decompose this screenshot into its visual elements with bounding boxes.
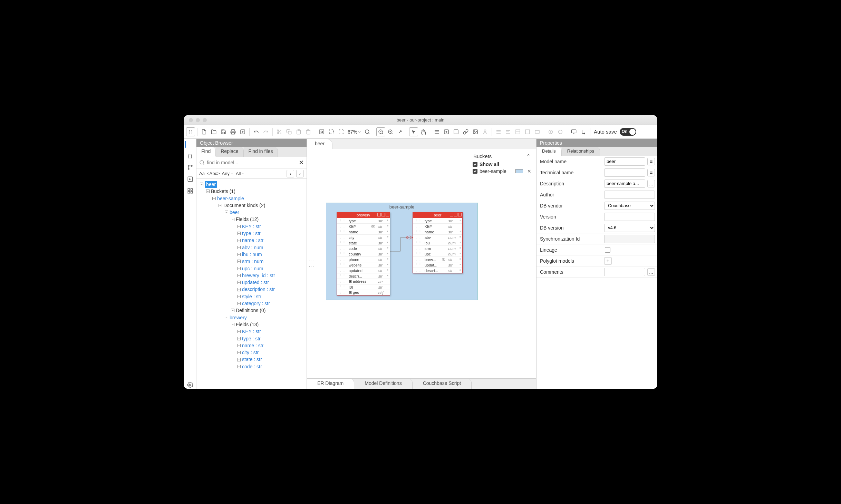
diag-arrow-icon[interactable]: [396, 127, 405, 136]
merge-icon[interactable]: [579, 127, 588, 136]
er-bucket-container[interactable]: beer-sample brewery⋮⋮typestr*⋮⋮KEYdkstr*…: [326, 203, 478, 300]
tree-field[interactable]: KEY : str: [242, 328, 261, 335]
sidebar-branch-icon[interactable]: [186, 164, 194, 171]
clear-search-icon[interactable]: ✕: [299, 159, 304, 166]
filter-word[interactable]: <Abc>: [207, 171, 220, 176]
show-all-row[interactable]: Show all: [473, 161, 531, 168]
tab-relationships[interactable]: Relationships: [562, 147, 600, 156]
tree-toggle-icon[interactable]: −: [231, 309, 234, 312]
tree-view[interactable]: −beer−Buckets (1)−beer-sample−Document k…: [196, 179, 307, 389]
entity-expand-icon[interactable]: [386, 213, 389, 216]
braces-icon[interactable]: { }: [186, 127, 195, 136]
tree-toggle-icon[interactable]: −: [237, 365, 241, 368]
property-input[interactable]: [604, 213, 655, 221]
align-lines-icon[interactable]: [432, 127, 441, 136]
tree-field[interactable]: style : str: [242, 293, 261, 300]
tree-toggle-icon[interactable]: −: [237, 246, 241, 249]
tree-field[interactable]: ibu : num: [242, 251, 262, 258]
paste-icon[interactable]: [294, 127, 303, 136]
win-icon[interactable]: [513, 127, 522, 136]
tree-field[interactable]: category : str: [242, 300, 270, 307]
tree-field[interactable]: name : str: [242, 237, 263, 244]
tree-root[interactable]: beer: [205, 181, 217, 188]
image-icon[interactable]: [471, 127, 480, 136]
select-icon[interactable]: [327, 127, 336, 136]
win3-icon[interactable]: [533, 127, 542, 136]
undo-icon[interactable]: [252, 127, 261, 136]
hand-icon[interactable]: [419, 127, 428, 136]
filter-any[interactable]: Any: [222, 171, 234, 176]
drag-handle-icon[interactable]: ⋮⋮: [308, 258, 315, 269]
property-input[interactable]: [604, 235, 655, 243]
tree-toggle-icon[interactable]: −: [231, 323, 234, 326]
tree-field[interactable]: abv : num: [242, 244, 263, 251]
redo-icon[interactable]: [261, 127, 270, 136]
add-entity-icon[interactable]: [452, 127, 461, 136]
add-button[interactable]: +: [604, 257, 612, 265]
tree-toggle-icon[interactable]: −: [237, 337, 241, 340]
tree-item[interactable]: beer-sample: [217, 195, 244, 202]
property-more-icon[interactable]: ...: [647, 268, 655, 276]
entity-copy-icon[interactable]: [454, 213, 457, 216]
tab-find-in-files[interactable]: Find in files: [244, 147, 278, 157]
zoom-level[interactable]: 67%: [346, 129, 362, 135]
tree-toggle-icon[interactable]: −: [219, 204, 222, 207]
pointer-icon[interactable]: [409, 127, 418, 136]
tree-field[interactable]: upc : num: [242, 265, 263, 272]
filter-all[interactable]: All: [236, 171, 245, 176]
monitor-icon[interactable]: [569, 127, 578, 136]
entity-beer[interactable]: beer⋮⋮typestr*⋮⋮KEYstr⋮⋮namestr*⋮⋮abvnum…: [413, 212, 463, 273]
cut-icon[interactable]: [275, 127, 284, 136]
checkbox-icon[interactable]: [473, 169, 477, 174]
tree-item[interactable]: Document kinds (2): [223, 202, 265, 209]
tree-toggle-icon[interactable]: −: [200, 183, 203, 186]
target-icon[interactable]: [546, 127, 555, 136]
property-input[interactable]: [604, 268, 645, 276]
tree-toggle-icon[interactable]: −: [237, 239, 241, 242]
tree-toggle-icon[interactable]: −: [225, 211, 228, 214]
property-more-icon[interactable]: ≡: [647, 169, 655, 176]
filter-case[interactable]: Aa: [199, 171, 205, 176]
tree-toggle-icon[interactable]: −: [206, 190, 210, 193]
property-input[interactable]: [604, 180, 645, 188]
tab-details[interactable]: Details: [536, 147, 562, 156]
tree-toggle-icon[interactable]: −: [237, 267, 241, 270]
zoom-reset-icon[interactable]: [363, 127, 372, 136]
list-icon[interactable]: [494, 127, 503, 136]
export-icon[interactable]: [238, 127, 247, 136]
tree-field[interactable]: brewery_id : str: [242, 272, 275, 279]
auto-save-toggle[interactable]: On: [620, 128, 636, 136]
tree-field[interactable]: srm : num: [242, 258, 263, 265]
next-match[interactable]: ›: [296, 170, 304, 177]
open-folder-icon[interactable]: [209, 127, 218, 136]
list2-icon[interactable]: [504, 127, 513, 136]
center-tab-main[interactable]: beer: [307, 139, 332, 149]
user-icon[interactable]: [481, 127, 490, 136]
delete-icon[interactable]: [304, 127, 313, 136]
tree-toggle-icon[interactable]: −: [237, 260, 241, 263]
sidebar-settings-icon[interactable]: [186, 381, 194, 389]
entity-edit-icon[interactable]: [450, 213, 453, 216]
property-select[interactable]: Couchbase: [604, 202, 655, 210]
diagram-canvas[interactable]: ⋮⋮ Buckets ⌃ Show all beer-sample ✕: [307, 149, 536, 378]
tree-item[interactable]: beer: [230, 209, 239, 216]
tree-field[interactable]: updated : str: [242, 279, 269, 286]
tree-toggle-icon[interactable]: −: [237, 295, 241, 298]
entity-expand-icon[interactable]: [458, 213, 462, 216]
tree-toggle-icon[interactable]: −: [225, 316, 228, 319]
win2-icon[interactable]: [523, 127, 532, 136]
tree-field[interactable]: type : str: [242, 230, 261, 237]
tab-er-diagram[interactable]: ER Diagram: [307, 379, 354, 389]
property-more-icon[interactable]: ≡: [647, 158, 655, 165]
tree-item[interactable]: Fields (13): [236, 321, 259, 328]
tree-toggle-icon[interactable]: −: [237, 232, 241, 235]
checkbox-icon[interactable]: [473, 162, 477, 167]
tree-toggle-icon[interactable]: −: [237, 253, 241, 256]
property-select[interactable]: v4.6: [604, 224, 655, 232]
tree-field[interactable]: KEY : str: [242, 223, 261, 230]
property-checkbox[interactable]: [605, 247, 610, 253]
prev-match[interactable]: ‹: [287, 170, 294, 177]
tab-find[interactable]: Find: [196, 147, 216, 157]
sidebar-import-icon[interactable]: [186, 175, 194, 183]
tree-toggle-icon[interactable]: −: [231, 218, 234, 221]
